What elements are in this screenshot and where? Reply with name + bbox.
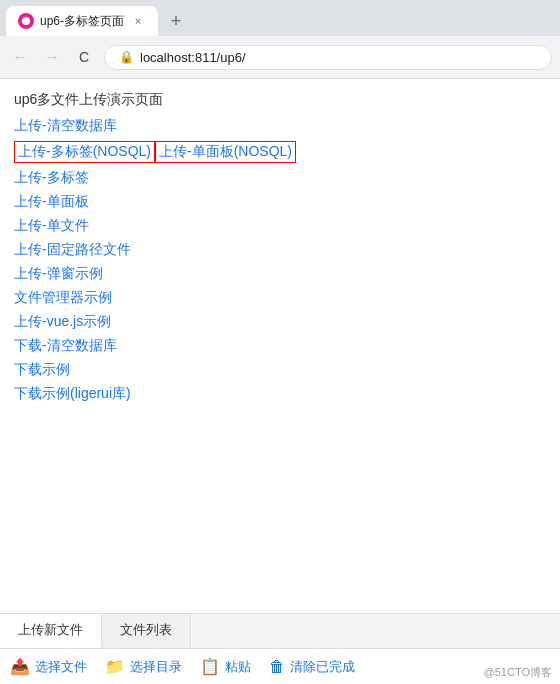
select-dir-icon: 📁 (105, 657, 125, 676)
url-text: localhost:811/up6/ (140, 50, 246, 65)
forward-button[interactable]: → (40, 45, 64, 69)
tab-file-list[interactable]: 文件列表 (102, 614, 191, 648)
link-download-ligerui[interactable]: 下载示例(ligerui库) (14, 385, 546, 403)
bottom-panel: 上传新文件 文件列表 📤 选择文件 📁 选择目录 📋 粘贴 🗑 清除已完成 (0, 613, 560, 684)
links-container: 上传-清空数据库上传-多标签(NOSQL)上传-单面板(NOSQL)上传-多标签… (14, 117, 546, 403)
link-download-clear[interactable]: 下载-清空数据库 (14, 337, 546, 355)
url-lock-icon: 🔒 (119, 50, 134, 64)
panel-tabs: 上传新文件 文件列表 (0, 614, 560, 649)
select-file-icon: 📤 (10, 657, 30, 676)
link-clear-db[interactable]: 上传-清空数据库 (14, 117, 546, 135)
browser-chrome: up6-多标签页面 × + ← → C 🔒 localhost:811/up6/ (0, 0, 560, 79)
tab-title: up6-多标签页面 (40, 13, 124, 30)
clear-done-icon: 🗑 (269, 658, 285, 676)
tab-close-button[interactable]: × (130, 13, 146, 29)
clear-done-label: 清除已完成 (290, 658, 355, 676)
select-file-label: 选择文件 (35, 658, 87, 676)
link-file-manager[interactable]: 文件管理器示例 (14, 289, 546, 307)
link-download[interactable]: 下载示例 (14, 361, 546, 379)
back-button[interactable]: ← (8, 45, 32, 69)
clear-done-button[interactable]: 🗑 清除已完成 (269, 658, 355, 676)
panel-toolbar: 📤 选择文件 📁 选择目录 📋 粘贴 🗑 清除已完成 (0, 649, 560, 684)
address-bar: ← → C 🔒 localhost:811/up6/ (0, 36, 560, 78)
link-single-panel[interactable]: 上传-单面板 (14, 193, 546, 211)
watermark: @51CTO博客 (484, 665, 552, 680)
page-heading: up6多文件上传演示页面 (14, 91, 546, 109)
active-tab[interactable]: up6-多标签页面 × (6, 6, 158, 36)
select-file-button[interactable]: 📤 选择文件 (10, 657, 87, 676)
page-content: up6多文件上传演示页面 上传-清空数据库上传-多标签(NOSQL)上传-单面板… (0, 79, 560, 684)
link-popup[interactable]: 上传-弹窗示例 (14, 265, 546, 283)
url-bar[interactable]: 🔒 localhost:811/up6/ (104, 45, 552, 70)
tab-favicon (18, 13, 34, 29)
select-dir-button[interactable]: 📁 选择目录 (105, 657, 182, 676)
tab-upload-new[interactable]: 上传新文件 (0, 614, 102, 648)
select-dir-label: 选择目录 (130, 658, 182, 676)
link-multi-tag[interactable]: 上传-多标签 (14, 169, 546, 187)
paste-icon: 📋 (200, 657, 220, 676)
tab-bar: up6-多标签页面 × + (0, 0, 560, 36)
paste-label: 粘贴 (225, 658, 251, 676)
new-tab-button[interactable]: + (162, 7, 190, 35)
link-fixed-path[interactable]: 上传-固定路径文件 (14, 241, 546, 259)
refresh-button[interactable]: C (72, 45, 96, 69)
link-multi-tag-nosql[interactable]: 上传-多标签(NOSQL) (14, 141, 155, 163)
paste-button[interactable]: 📋 粘贴 (200, 657, 251, 676)
link-vuejs[interactable]: 上传-vue.js示例 (14, 313, 546, 331)
link-single-panel-nosql[interactable]: 上传-单面板(NOSQL) (155, 141, 296, 163)
link-single-file[interactable]: 上传-单文件 (14, 217, 546, 235)
